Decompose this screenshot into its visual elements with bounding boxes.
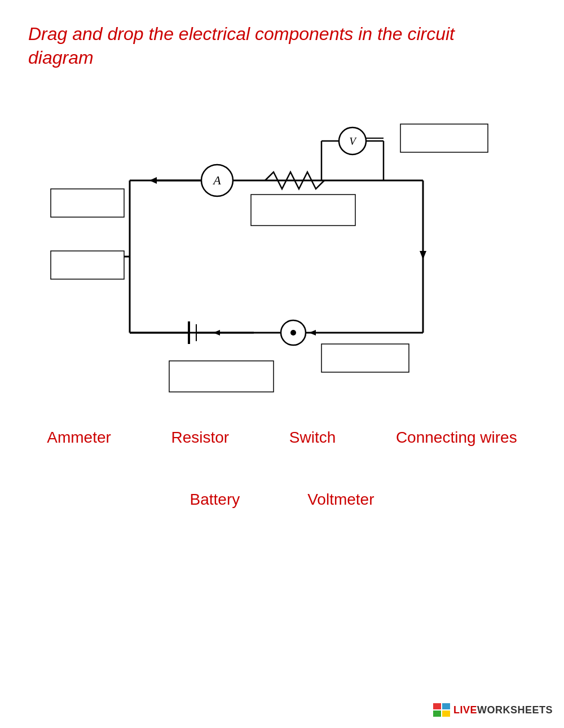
- svg-rect-30: [321, 344, 409, 372]
- label-battery[interactable]: Battery: [190, 491, 240, 509]
- label-connecting-wires[interactable]: Connecting wires: [396, 429, 517, 447]
- label-resistor[interactable]: Resistor: [171, 429, 229, 447]
- svg-text:A: A: [212, 173, 221, 187]
- label-voltmeter[interactable]: Voltmeter: [307, 491, 374, 509]
- svg-rect-27: [51, 251, 124, 279]
- svg-rect-31: [169, 361, 274, 392]
- label-ammeter[interactable]: Ammeter: [47, 429, 111, 447]
- circuit-area: A V: [17, 90, 547, 429]
- svg-marker-6: [149, 177, 157, 184]
- brand-logo: [433, 703, 450, 717]
- circuit-diagram: A V: [17, 90, 547, 429]
- svg-marker-22: [213, 330, 220, 336]
- labels-row-2: Battery Voltmeter: [0, 491, 564, 509]
- branding: LIVEWORKSHEETS: [433, 703, 553, 717]
- svg-rect-26: [51, 189, 124, 217]
- label-switch[interactable]: Switch: [289, 429, 336, 447]
- labels-row-1: Ammeter Resistor Switch Connecting wires: [0, 429, 564, 447]
- svg-point-24: [290, 330, 296, 336]
- svg-rect-29: [251, 195, 355, 226]
- svg-marker-25: [309, 330, 316, 336]
- brand-highlight: LIVE: [453, 704, 477, 716]
- page-title: Drag and drop the electrical components …: [28, 23, 491, 69]
- brand-text: LIVEWORKSHEETS: [453, 704, 553, 716]
- svg-rect-28: [400, 124, 488, 152]
- svg-marker-4: [420, 251, 426, 259]
